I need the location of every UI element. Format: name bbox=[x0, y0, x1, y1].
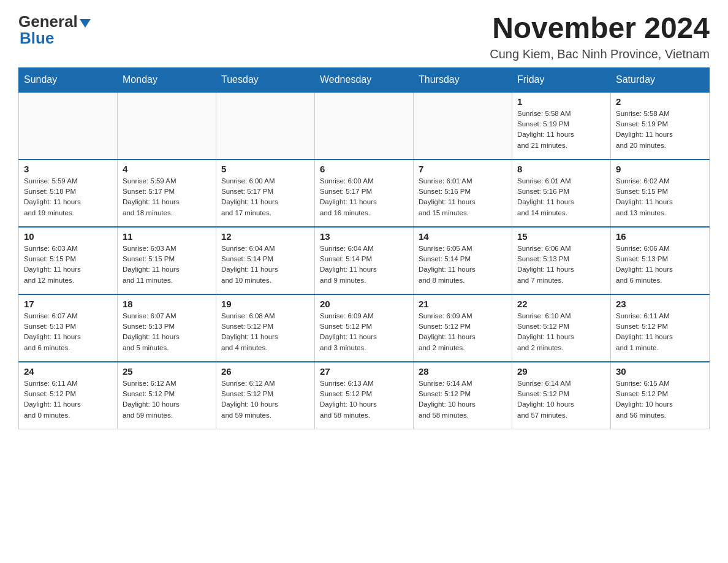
calendar-day-header: Tuesday bbox=[216, 67, 315, 92]
day-number: 4 bbox=[123, 164, 211, 174]
calendar-week-row: 10Sunrise: 6:03 AM Sunset: 5:15 PM Dayli… bbox=[19, 227, 710, 294]
day-info: Sunrise: 6:14 AM Sunset: 5:12 PM Dayligh… bbox=[517, 378, 605, 421]
day-info: Sunrise: 5:58 AM Sunset: 5:19 PM Dayligh… bbox=[616, 109, 704, 151]
calendar-subtitle: Cung Kiem, Bac Ninh Province, Vietnam bbox=[490, 47, 710, 61]
calendar-cell: 13Sunrise: 6:04 AM Sunset: 5:14 PM Dayli… bbox=[315, 227, 414, 294]
day-info: Sunrise: 6:01 AM Sunset: 5:16 PM Dayligh… bbox=[419, 176, 507, 218]
calendar-day-header: Sunday bbox=[19, 67, 118, 92]
day-number: 18 bbox=[123, 299, 211, 309]
day-number: 29 bbox=[517, 366, 605, 377]
day-info: Sunrise: 6:12 AM Sunset: 5:12 PM Dayligh… bbox=[123, 378, 211, 421]
day-number: 20 bbox=[320, 299, 408, 309]
day-info: Sunrise: 6:02 AM Sunset: 5:15 PM Dayligh… bbox=[616, 176, 704, 218]
calendar-cell: 21Sunrise: 6:09 AM Sunset: 5:12 PM Dayli… bbox=[414, 294, 512, 362]
day-number: 11 bbox=[123, 231, 211, 242]
calendar-day-header: Friday bbox=[512, 67, 611, 92]
day-info: Sunrise: 6:05 AM Sunset: 5:14 PM Dayligh… bbox=[419, 243, 507, 286]
calendar-cell bbox=[315, 92, 414, 159]
calendar-cell: 9Sunrise: 6:02 AM Sunset: 5:15 PM Daylig… bbox=[611, 159, 710, 227]
calendar-cell: 22Sunrise: 6:10 AM Sunset: 5:12 PM Dayli… bbox=[512, 294, 611, 362]
calendar-cell: 19Sunrise: 6:08 AM Sunset: 5:12 PM Dayli… bbox=[216, 294, 315, 362]
calendar-cell: 24Sunrise: 6:11 AM Sunset: 5:12 PM Dayli… bbox=[19, 362, 118, 429]
day-number: 25 bbox=[123, 366, 211, 377]
calendar-cell: 4Sunrise: 5:59 AM Sunset: 5:17 PM Daylig… bbox=[118, 159, 216, 227]
day-number: 12 bbox=[221, 231, 309, 242]
calendar-cell: 6Sunrise: 6:00 AM Sunset: 5:17 PM Daylig… bbox=[315, 159, 414, 227]
day-info: Sunrise: 6:07 AM Sunset: 5:13 PM Dayligh… bbox=[24, 311, 112, 353]
calendar-cell bbox=[216, 92, 315, 159]
day-info: Sunrise: 6:10 AM Sunset: 5:12 PM Dayligh… bbox=[517, 311, 605, 353]
day-info: Sunrise: 6:13 AM Sunset: 5:12 PM Dayligh… bbox=[320, 378, 408, 421]
day-number: 16 bbox=[616, 231, 704, 242]
day-number: 15 bbox=[517, 231, 605, 242]
day-info: Sunrise: 6:04 AM Sunset: 5:14 PM Dayligh… bbox=[221, 243, 309, 286]
calendar-table: SundayMondayTuesdayWednesdayThursdayFrid… bbox=[18, 67, 710, 430]
day-number: 21 bbox=[419, 299, 507, 309]
day-info: Sunrise: 6:04 AM Sunset: 5:14 PM Dayligh… bbox=[320, 243, 408, 286]
day-info: Sunrise: 6:15 AM Sunset: 5:12 PM Dayligh… bbox=[616, 378, 704, 421]
day-number: 13 bbox=[320, 231, 408, 242]
day-number: 8 bbox=[517, 164, 605, 174]
calendar-cell: 1Sunrise: 5:58 AM Sunset: 5:19 PM Daylig… bbox=[512, 92, 611, 159]
calendar-cell: 25Sunrise: 6:12 AM Sunset: 5:12 PM Dayli… bbox=[118, 362, 216, 429]
day-number: 5 bbox=[221, 164, 309, 174]
title-area: November 2024 Cung Kiem, Bac Ninh Provin… bbox=[490, 12, 710, 61]
calendar-cell: 11Sunrise: 6:03 AM Sunset: 5:15 PM Dayli… bbox=[118, 227, 216, 294]
calendar-cell: 2Sunrise: 5:58 AM Sunset: 5:19 PM Daylig… bbox=[611, 92, 710, 159]
calendar-week-row: 1Sunrise: 5:58 AM Sunset: 5:19 PM Daylig… bbox=[19, 92, 710, 159]
day-info: Sunrise: 5:59 AM Sunset: 5:18 PM Dayligh… bbox=[24, 176, 112, 218]
day-info: Sunrise: 6:09 AM Sunset: 5:12 PM Dayligh… bbox=[320, 311, 408, 353]
day-info: Sunrise: 6:06 AM Sunset: 5:13 PM Dayligh… bbox=[616, 243, 704, 286]
calendar-week-row: 3Sunrise: 5:59 AM Sunset: 5:18 PM Daylig… bbox=[19, 159, 710, 227]
calendar-cell: 5Sunrise: 6:00 AM Sunset: 5:17 PM Daylig… bbox=[216, 159, 315, 227]
calendar-cell: 12Sunrise: 6:04 AM Sunset: 5:14 PM Dayli… bbox=[216, 227, 315, 294]
calendar-day-header: Saturday bbox=[611, 67, 710, 92]
day-info: Sunrise: 6:00 AM Sunset: 5:17 PM Dayligh… bbox=[320, 176, 408, 218]
calendar-cell bbox=[19, 92, 118, 159]
calendar-cell: 14Sunrise: 6:05 AM Sunset: 5:14 PM Dayli… bbox=[414, 227, 512, 294]
calendar-cell: 17Sunrise: 6:07 AM Sunset: 5:13 PM Dayli… bbox=[19, 294, 118, 362]
day-number: 22 bbox=[517, 299, 605, 309]
calendar-cell bbox=[118, 92, 216, 159]
day-number: 23 bbox=[616, 299, 704, 309]
calendar-cell bbox=[414, 92, 512, 159]
calendar-header-row: SundayMondayTuesdayWednesdayThursdayFrid… bbox=[19, 67, 710, 92]
day-number: 3 bbox=[24, 164, 112, 174]
day-number: 1 bbox=[517, 96, 605, 107]
calendar-cell: 23Sunrise: 6:11 AM Sunset: 5:12 PM Dayli… bbox=[611, 294, 710, 362]
logo: General Blue bbox=[18, 12, 91, 48]
calendar-cell: 26Sunrise: 6:12 AM Sunset: 5:12 PM Dayli… bbox=[216, 362, 315, 429]
calendar-week-row: 24Sunrise: 6:11 AM Sunset: 5:12 PM Dayli… bbox=[19, 362, 710, 429]
day-info: Sunrise: 6:08 AM Sunset: 5:12 PM Dayligh… bbox=[221, 311, 309, 353]
day-number: 6 bbox=[320, 164, 408, 174]
day-info: Sunrise: 6:14 AM Sunset: 5:12 PM Dayligh… bbox=[419, 378, 507, 421]
calendar-cell: 28Sunrise: 6:14 AM Sunset: 5:12 PM Dayli… bbox=[414, 362, 512, 429]
day-info: Sunrise: 6:11 AM Sunset: 5:12 PM Dayligh… bbox=[24, 378, 112, 421]
calendar-cell: 18Sunrise: 6:07 AM Sunset: 5:13 PM Dayli… bbox=[118, 294, 216, 362]
day-number: 7 bbox=[419, 164, 507, 174]
page-header: General Blue November 2024 Cung Kiem, Ba… bbox=[18, 12, 710, 61]
day-number: 27 bbox=[320, 366, 408, 377]
calendar-title: November 2024 bbox=[490, 12, 710, 45]
day-info: Sunrise: 6:01 AM Sunset: 5:16 PM Dayligh… bbox=[517, 176, 605, 218]
day-number: 2 bbox=[616, 96, 704, 107]
day-number: 24 bbox=[24, 366, 112, 377]
calendar-cell: 16Sunrise: 6:06 AM Sunset: 5:13 PM Dayli… bbox=[611, 227, 710, 294]
day-number: 10 bbox=[24, 231, 112, 242]
day-info: Sunrise: 5:58 AM Sunset: 5:19 PM Dayligh… bbox=[517, 109, 605, 151]
calendar-cell: 20Sunrise: 6:09 AM Sunset: 5:12 PM Dayli… bbox=[315, 294, 414, 362]
day-number: 26 bbox=[221, 366, 309, 377]
calendar-cell: 7Sunrise: 6:01 AM Sunset: 5:16 PM Daylig… bbox=[414, 159, 512, 227]
day-info: Sunrise: 6:09 AM Sunset: 5:12 PM Dayligh… bbox=[419, 311, 507, 353]
day-info: Sunrise: 6:03 AM Sunset: 5:15 PM Dayligh… bbox=[24, 243, 112, 286]
day-number: 30 bbox=[616, 366, 704, 377]
logo-blue-text: Blue bbox=[20, 29, 54, 48]
day-info: Sunrise: 6:06 AM Sunset: 5:13 PM Dayligh… bbox=[517, 243, 605, 286]
calendar-cell: 8Sunrise: 6:01 AM Sunset: 5:16 PM Daylig… bbox=[512, 159, 611, 227]
calendar-cell: 15Sunrise: 6:06 AM Sunset: 5:13 PM Dayli… bbox=[512, 227, 611, 294]
calendar-day-header: Wednesday bbox=[315, 67, 414, 92]
calendar-day-header: Thursday bbox=[414, 67, 512, 92]
calendar-day-header: Monday bbox=[118, 67, 216, 92]
day-number: 17 bbox=[24, 299, 112, 309]
calendar-week-row: 17Sunrise: 6:07 AM Sunset: 5:13 PM Dayli… bbox=[19, 294, 710, 362]
